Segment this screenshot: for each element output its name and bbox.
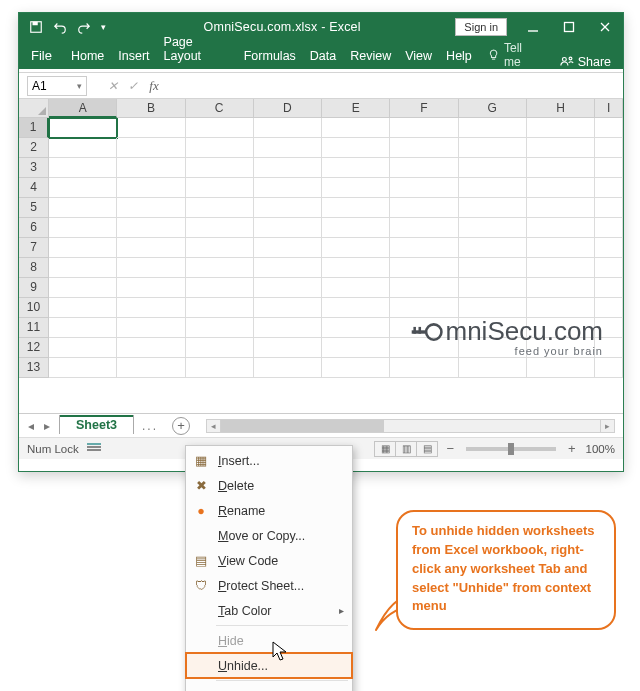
cell[interactable] xyxy=(186,318,254,338)
cell[interactable] xyxy=(459,178,527,198)
cell[interactable] xyxy=(186,278,254,298)
cell[interactable] xyxy=(49,198,117,218)
cell[interactable] xyxy=(322,338,390,358)
cell[interactable] xyxy=(527,278,595,298)
macro-record-icon[interactable] xyxy=(87,443,101,455)
cell[interactable] xyxy=(527,158,595,178)
row-header[interactable]: 12 xyxy=(19,338,49,358)
cell[interactable] xyxy=(390,178,458,198)
row-header[interactable]: 3 xyxy=(19,158,49,178)
cell[interactable] xyxy=(390,238,458,258)
sheet-tab-active[interactable]: Sheet3 xyxy=(59,415,134,434)
cell[interactable] xyxy=(322,218,390,238)
cell[interactable] xyxy=(117,338,185,358)
qat-dropdown-icon[interactable]: ▾ xyxy=(97,16,109,38)
row-header[interactable]: 11 xyxy=(19,318,49,338)
ctx-move-copy[interactable]: Move or Copy... xyxy=(186,523,352,548)
enter-icon[interactable]: ✓ xyxy=(123,79,143,93)
cell[interactable] xyxy=(322,238,390,258)
cell[interactable] xyxy=(254,258,322,278)
tab-insert[interactable]: Insert xyxy=(111,44,156,69)
cell[interactable] xyxy=(322,118,390,138)
cell[interactable] xyxy=(49,258,117,278)
cell[interactable] xyxy=(254,198,322,218)
cell[interactable] xyxy=(49,118,117,138)
cell[interactable] xyxy=(459,138,527,158)
cell[interactable] xyxy=(459,218,527,238)
cell[interactable] xyxy=(527,178,595,198)
cell[interactable] xyxy=(459,198,527,218)
cell[interactable] xyxy=(390,258,458,278)
cell[interactable] xyxy=(595,238,623,258)
undo-icon[interactable] xyxy=(49,16,71,38)
cell[interactable] xyxy=(459,258,527,278)
ctx-delete[interactable]: ✖Delete xyxy=(186,473,352,498)
cell[interactable] xyxy=(527,218,595,238)
cell[interactable] xyxy=(117,318,185,338)
tab-data[interactable]: Data xyxy=(303,44,343,69)
cell[interactable] xyxy=(117,278,185,298)
row-header[interactable]: 6 xyxy=(19,218,49,238)
horizontal-scrollbar[interactable]: ◂ ▸ xyxy=(206,419,615,433)
cell[interactable] xyxy=(459,358,527,378)
tab-page-layout[interactable]: Page Layout xyxy=(157,30,237,69)
cell[interactable] xyxy=(390,298,458,318)
cell[interactable] xyxy=(254,158,322,178)
cell[interactable] xyxy=(390,158,458,178)
cell[interactable] xyxy=(595,278,623,298)
ctx-tab-color[interactable]: Tab Color▸ xyxy=(186,598,352,623)
cell[interactable] xyxy=(322,318,390,338)
col-header[interactable]: B xyxy=(117,99,185,118)
cell[interactable] xyxy=(390,218,458,238)
col-header[interactable]: A xyxy=(49,99,117,118)
cell[interactable] xyxy=(117,118,185,138)
cell[interactable] xyxy=(322,298,390,318)
cell[interactable] xyxy=(49,318,117,338)
cell[interactable] xyxy=(186,258,254,278)
row-header[interactable]: 7 xyxy=(19,238,49,258)
cell[interactable] xyxy=(595,298,623,318)
cell[interactable] xyxy=(595,218,623,238)
cell[interactable] xyxy=(49,158,117,178)
maximize-icon[interactable] xyxy=(551,13,587,41)
cell[interactable] xyxy=(459,118,527,138)
cell[interactable] xyxy=(527,118,595,138)
cell[interactable] xyxy=(459,158,527,178)
row-header[interactable]: 5 xyxy=(19,198,49,218)
cell[interactable] xyxy=(322,258,390,278)
new-sheet-button[interactable]: + xyxy=(172,417,190,435)
cancel-icon[interactable]: ✕ xyxy=(103,79,123,93)
tell-me[interactable]: Tell me xyxy=(479,41,548,69)
cell[interactable] xyxy=(390,118,458,138)
share-button[interactable]: Share xyxy=(548,55,623,69)
ctx-select-all-sheets[interactable]: Select All Sheets xyxy=(186,683,352,691)
cell[interactable] xyxy=(49,338,117,358)
cell[interactable] xyxy=(186,138,254,158)
cell[interactable] xyxy=(322,158,390,178)
cell[interactable] xyxy=(390,358,458,378)
cell[interactable] xyxy=(595,198,623,218)
cell[interactable] xyxy=(49,178,117,198)
cell[interactable] xyxy=(254,238,322,258)
close-icon[interactable] xyxy=(587,13,623,41)
col-header[interactable]: I xyxy=(595,99,623,118)
cell[interactable] xyxy=(595,158,623,178)
cell[interactable] xyxy=(254,218,322,238)
cell[interactable] xyxy=(527,198,595,218)
cell[interactable] xyxy=(49,298,117,318)
cell[interactable] xyxy=(322,358,390,378)
cell[interactable] xyxy=(595,178,623,198)
cell[interactable] xyxy=(390,278,458,298)
cell[interactable] xyxy=(322,278,390,298)
cell[interactable] xyxy=(527,238,595,258)
tab-file[interactable]: File xyxy=(19,43,64,69)
cell[interactable] xyxy=(390,138,458,158)
cell[interactable] xyxy=(49,238,117,258)
cell[interactable] xyxy=(322,198,390,218)
row-header[interactable]: 4 xyxy=(19,178,49,198)
ctx-insert[interactable]: ▦Insert... xyxy=(186,448,352,473)
ctx-protect-sheet[interactable]: 🛡Protect Sheet... xyxy=(186,573,352,598)
name-box[interactable]: A1▾ xyxy=(27,76,87,96)
cell[interactable] xyxy=(254,138,322,158)
select-all-corner[interactable] xyxy=(19,99,49,118)
